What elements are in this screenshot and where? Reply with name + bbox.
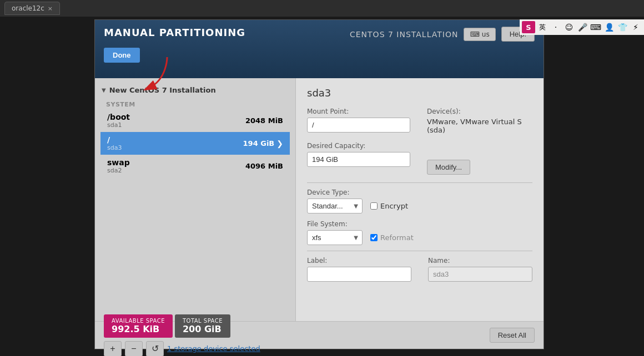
dot-icon: · bbox=[550, 21, 562, 33]
tab-close-icon[interactable]: × bbox=[48, 5, 53, 12]
modify-group: Modify... bbox=[427, 142, 470, 175]
group-header: ▼ New CentOS 7 Installation bbox=[100, 84, 290, 96]
add-partition-button[interactable]: + bbox=[104, 341, 122, 357]
content-area: ▼ New CentOS 7 Installation SYSTEM /boot… bbox=[95, 78, 544, 321]
sogou-icon[interactable]: S bbox=[522, 21, 535, 33]
partition-left: / sda3 bbox=[107, 135, 122, 151]
partition-device: sda3 bbox=[107, 144, 122, 151]
header-right: CENTOS 7 INSTALLATION ⌨ us Help! bbox=[350, 27, 535, 42]
space-boxes-and-controls: AVAILABLE SPACE 992.5 KiB TOTAL SPACE 20… bbox=[104, 314, 260, 338]
storage-device-link[interactable]: 1 storage device selected bbox=[167, 344, 260, 353]
available-space-box: AVAILABLE SPACE 992.5 KiB bbox=[104, 314, 173, 338]
capacity-row: Desired Capacity: Modify... bbox=[307, 142, 532, 175]
partition-device: sda2 bbox=[107, 167, 130, 174]
installation-group: ▼ New CentOS 7 Installation SYSTEM /boot… bbox=[95, 84, 295, 177]
space-boxes: AVAILABLE SPACE 992.5 KiB TOTAL SPACE 20… bbox=[104, 314, 230, 338]
devices-label: Device(s): bbox=[427, 108, 532, 115]
label-label: Label: bbox=[307, 257, 411, 265]
encrypt-row: Encrypt bbox=[370, 202, 408, 210]
device-type-wrapper: Standar... LVM RAID ▼ bbox=[307, 199, 363, 213]
keyboard-lang: us bbox=[482, 30, 490, 38]
header: MANUAL PARTITIONING CENTOS 7 INSTALLATIO… bbox=[95, 20, 544, 78]
tab-bar: oracle12c × bbox=[0, 0, 644, 17]
partition-name: / bbox=[107, 135, 122, 144]
total-space-box: TOTAL SPACE 200 GiB bbox=[175, 314, 230, 338]
devices-value: VMware, VMware Virtual S (sda) bbox=[427, 118, 532, 134]
file-system-wrapper: xfs ext4 ext3 swap ▼ bbox=[307, 230, 363, 245]
file-system-row: xfs ext4 ext3 swap ▼ Reformat bbox=[307, 230, 532, 245]
remove-partition-button[interactable]: − bbox=[125, 341, 143, 357]
tab-label: oracle12c bbox=[12, 4, 44, 12]
partition-item-swap[interactable]: swap sda2 4096 MiB bbox=[100, 155, 290, 177]
main-window: MANUAL PARTITIONING CENTOS 7 INSTALLATIO… bbox=[94, 19, 544, 349]
file-system-select[interactable]: xfs ext4 ext3 swap bbox=[307, 230, 363, 245]
label-name-row: Label: Name: bbox=[307, 257, 532, 282]
partition-size: 194 GiB ❯ bbox=[243, 139, 283, 148]
available-label: AVAILABLE SPACE bbox=[112, 318, 165, 324]
mount-point-label: Mount Point: bbox=[307, 108, 410, 115]
label-input[interactable] bbox=[307, 267, 411, 282]
shirt-icon[interactable]: 👕 bbox=[616, 21, 628, 33]
page-title: MANUAL PARTITIONING bbox=[104, 27, 245, 38]
desired-capacity-label: Desired Capacity: bbox=[307, 142, 410, 150]
encrypt-checkbox[interactable] bbox=[370, 202, 378, 210]
emoji-icon[interactable]: ☺ bbox=[563, 21, 575, 33]
separator bbox=[307, 182, 532, 183]
keyboard2-icon[interactable]: ⌨ bbox=[590, 21, 602, 33]
keyboard-icon: ⌨ bbox=[470, 30, 479, 38]
device-type-row: Standar... LVM RAID ▼ Encrypt bbox=[307, 199, 532, 213]
mount-devices-row: Mount Point: Device(s): VMware, VMware V… bbox=[307, 108, 532, 134]
partition-item-boot[interactable]: /boot sda1 2048 MiB bbox=[100, 109, 290, 132]
right-panel: sda3 Mount Point: Device(s): VMware, VMw… bbox=[296, 78, 544, 321]
mic-icon[interactable]: 🎤 bbox=[576, 21, 588, 33]
encrypt-label: Encrypt bbox=[380, 202, 408, 210]
reformat-checkbox[interactable] bbox=[370, 234, 378, 241]
desired-capacity-group: Desired Capacity: bbox=[307, 142, 410, 175]
reformat-row: Reformat bbox=[370, 233, 414, 242]
mount-point-input[interactable] bbox=[307, 118, 410, 133]
partition-size: 4096 MiB bbox=[245, 162, 283, 170]
total-label: TOTAL SPACE bbox=[183, 318, 223, 324]
refresh-button[interactable]: ↺ bbox=[146, 341, 164, 357]
device-type-label: Device Type: bbox=[307, 189, 532, 196]
apps-icon[interactable]: ⚡ bbox=[630, 21, 642, 33]
system-label: SYSTEM bbox=[100, 99, 290, 109]
partition-name: /boot bbox=[107, 113, 130, 121]
partition-name: swap bbox=[107, 158, 130, 167]
bottom-bar: AVAILABLE SPACE 992.5 KiB TOTAL SPACE 20… bbox=[95, 321, 544, 349]
chevron-down-icon: ▼ bbox=[102, 87, 106, 93]
expand-arrow-icon: ❯ bbox=[276, 139, 283, 148]
label-group: Label: bbox=[307, 257, 411, 282]
chinese-input-icon[interactable]: 英 bbox=[536, 21, 549, 33]
name-group: Name: bbox=[428, 257, 532, 282]
devices-group: Device(s): VMware, VMware Virtual S (sda… bbox=[427, 108, 532, 134]
reset-all-button[interactable]: Reset All bbox=[490, 328, 535, 343]
user-icon[interactable]: 👤 bbox=[603, 21, 615, 33]
group-label: New CentOS 7 Installation bbox=[109, 86, 216, 94]
bottom-left: AVAILABLE SPACE 992.5 KiB TOTAL SPACE 20… bbox=[104, 314, 260, 357]
done-button[interactable]: Done bbox=[104, 48, 140, 63]
partition-item-root[interactable]: / sda3 194 GiB ❯ bbox=[100, 132, 290, 155]
taskbar-icons: S 英 · ☺ 🎤 ⌨ 👤 👕 ⚡ bbox=[520, 19, 644, 35]
desired-capacity-input[interactable] bbox=[307, 152, 410, 167]
total-value: 200 GiB bbox=[183, 324, 222, 334]
left-panel: ▼ New CentOS 7 Installation SYSTEM /boot… bbox=[95, 78, 296, 321]
modify-button[interactable]: Modify... bbox=[427, 160, 470, 175]
partition-id: sda3 bbox=[307, 87, 532, 99]
mount-point-group: Mount Point: bbox=[307, 108, 410, 134]
partition-device: sda1 bbox=[107, 121, 130, 129]
reformat-label: Reformat bbox=[380, 233, 414, 242]
partition-left: /boot sda1 bbox=[107, 113, 130, 129]
name-label: Name: bbox=[428, 257, 532, 265]
file-system-label: File System: bbox=[307, 220, 532, 228]
centos-title: CENTOS 7 INSTALLATION bbox=[350, 30, 458, 39]
partition-size: 2048 MiB bbox=[245, 116, 283, 125]
available-value: 992.5 KiB bbox=[112, 324, 159, 334]
tab-oracle12c[interactable]: oracle12c × bbox=[4, 2, 60, 15]
partition-left: swap sda2 bbox=[107, 158, 130, 174]
device-type-select[interactable]: Standar... LVM RAID bbox=[307, 199, 363, 213]
name-input bbox=[428, 267, 532, 282]
keyboard-button[interactable]: ⌨ us bbox=[464, 28, 495, 41]
separator-2 bbox=[307, 251, 532, 251]
